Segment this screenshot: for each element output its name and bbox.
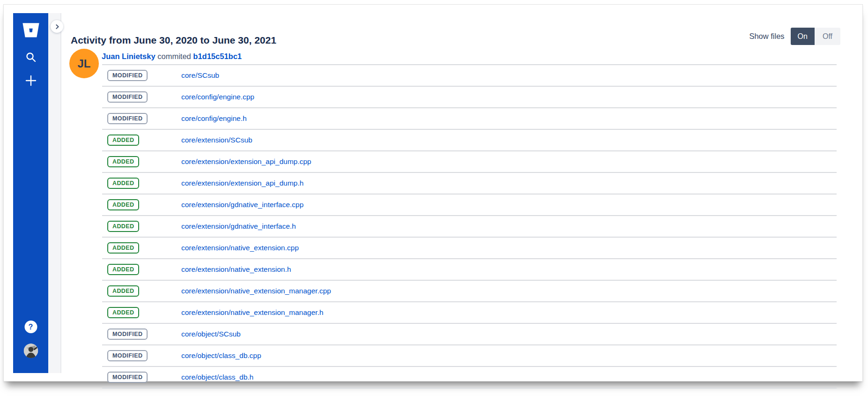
show-files-label: Show files: [749, 32, 784, 41]
file-status-badge: ADDED: [107, 199, 139, 210]
sidebar-gutter: [48, 13, 61, 373]
commit-author-avatar[interactable]: JL: [69, 49, 99, 78]
file-row: MODIFIED core/object/class_db.h: [102, 367, 837, 389]
file-status-badge: MODIFIED: [107, 329, 148, 340]
file-link[interactable]: core/object/SCsub: [181, 330, 241, 338]
file-link[interactable]: core/SCsub: [181, 71, 219, 80]
bitbucket-logo[interactable]: [20, 19, 42, 41]
show-files-off-button[interactable]: Off: [815, 28, 840, 45]
file-link[interactable]: core/extension/extension_api_dump.cpp: [181, 157, 311, 166]
file-row: MODIFIED core/config/engine.cpp: [102, 87, 837, 108]
file-row: MODIFIED core/config/engine.h: [102, 108, 837, 130]
file-row: ADDED core/extension/SCsub: [102, 130, 837, 151]
file-row: MODIFIED core/object/SCsub: [102, 324, 837, 345]
file-link[interactable]: core/extension/gdnative_interface.cpp: [181, 201, 304, 209]
file-link[interactable]: core/extension/native_extension_manager.…: [181, 308, 323, 317]
file-row: MODIFIED core/SCsub: [102, 65, 837, 87]
file-row: ADDED core/extension/gdnative_interface.…: [102, 194, 837, 216]
file-row: ADDED core/extension/native_extension.h: [102, 259, 837, 281]
file-link[interactable]: core/extension/native_extension.h: [181, 265, 291, 274]
user-avatar-photo[interactable]: [23, 344, 38, 358]
question-glyph: ?: [29, 323, 33, 331]
search-icon[interactable]: [25, 51, 37, 63]
file-row: ADDED core/extension/extension_api_dump.…: [102, 151, 837, 173]
file-status-badge: ADDED: [107, 307, 139, 318]
file-status-badge: ADDED: [107, 221, 139, 232]
commit-summary: Juan Linietsky commited b1d15c51bc1: [102, 52, 242, 61]
commit-action-text: commited: [157, 52, 191, 60]
file-row: ADDED core/extension/native_extension.cp…: [102, 238, 837, 259]
file-link[interactable]: core/extension/extension_api_dump.h: [181, 179, 304, 187]
commit-author-link[interactable]: Juan Linietsky: [102, 52, 156, 60]
file-status-badge: ADDED: [107, 264, 139, 275]
commit-hash-link[interactable]: b1d15c51bc1: [193, 52, 242, 60]
avatar-photo-image: [23, 344, 38, 358]
bitbucket-bucket-icon: [21, 20, 41, 40]
file-link[interactable]: core/object/class_db.cpp: [181, 351, 261, 360]
file-row: ADDED core/extension/extension_api_dump.…: [102, 173, 837, 194]
file-status-badge: ADDED: [107, 178, 139, 189]
file-link[interactable]: core/config/engine.cpp: [181, 93, 254, 101]
app-switcher-grid-icon[interactable]: [25, 299, 36, 310]
global-sidebar: ?: [13, 13, 48, 373]
file-link[interactable]: core/config/engine.h: [181, 114, 247, 123]
show-files-toggle: Show files On Off: [749, 28, 840, 45]
file-link[interactable]: core/extension/SCsub: [181, 136, 252, 144]
file-status-badge: ADDED: [107, 134, 139, 146]
chevron-right-icon: [54, 23, 60, 30]
file-row: ADDED core/extension/gdnative_interface.…: [102, 216, 837, 238]
file-row: ADDED core/extension/native_extension_ma…: [102, 302, 837, 324]
file-status-badge: MODIFIED: [107, 350, 148, 361]
expand-sidebar-button[interactable]: [51, 20, 63, 33]
file-link[interactable]: core/object/class_db.h: [181, 373, 253, 381]
file-link[interactable]: core/extension/native_extension_manager.…: [181, 287, 331, 295]
file-row: ADDED core/extension/native_extension_ma…: [102, 281, 837, 302]
file-status-badge: MODIFIED: [107, 372, 148, 383]
file-status-badge: MODIFIED: [107, 113, 148, 124]
create-plus-icon[interactable]: [25, 75, 37, 87]
app-window: ? Activity from June 30, 2020 to June 30…: [3, 4, 863, 381]
file-status-badge: ADDED: [107, 242, 139, 254]
help-question-icon[interactable]: ?: [24, 321, 37, 333]
file-status-badge: MODIFIED: [107, 91, 148, 103]
file-status-badge: MODIFIED: [107, 70, 148, 81]
show-files-on-button[interactable]: On: [791, 28, 815, 45]
file-row: MODIFIED core/object/class_db.cpp: [102, 345, 837, 367]
file-link[interactable]: core/extension/gdnative_interface.h: [181, 222, 296, 231]
file-link[interactable]: core/extension/native_extension.cpp: [181, 244, 299, 252]
file-status-badge: ADDED: [107, 156, 139, 167]
toggle-buttons: On Off: [791, 28, 840, 45]
file-status-badge: ADDED: [107, 285, 139, 297]
file-list: MODIFIED core/SCsub MODIFIED core/config…: [102, 64, 837, 389]
avatar-initials: JL: [77, 57, 90, 70]
page-title: Activity from June 30, 2020 to June 30, …: [71, 35, 276, 46]
